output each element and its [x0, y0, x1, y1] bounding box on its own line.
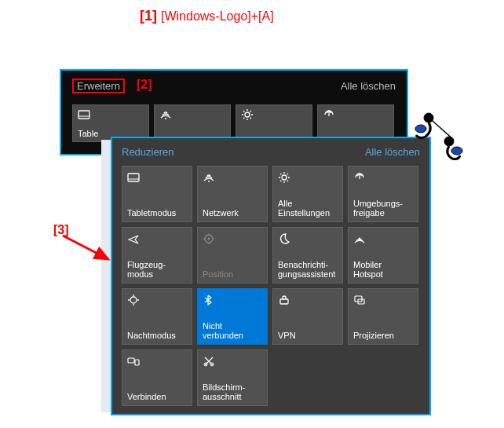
svg-point-21 [415, 125, 426, 133]
quick-action-tile[interactable]: Bildschirm-ausschnitt [197, 349, 268, 406]
tile-label: VPN [278, 331, 338, 341]
svg-rect-0 [79, 111, 89, 119]
clear-all-button[interactable]: Alle löschen [341, 80, 396, 92]
svg-rect-15 [128, 358, 134, 363]
tile-label: Mobiler Hotspot [353, 260, 413, 280]
bluetooth-icon [203, 294, 262, 308]
action-center-expanded: Reduzieren Alle löschen TabletmodusNetzw… [111, 137, 431, 415]
quick-action-tile[interactable]: VPN [272, 288, 343, 345]
tablet-mode-icon [78, 108, 144, 123]
vpn-icon [278, 294, 338, 308]
quick-action-tile[interactable]: Nachtmodus [122, 288, 192, 345]
tile-label: Tabletmodus [127, 208, 187, 218]
quick-action-tile[interactable]: Projizieren [348, 288, 418, 345]
settings-icon [278, 171, 338, 185]
tile-label: Umgebungs-freigabe [353, 199, 413, 218]
tile-label: Benachrichti-gungsassistent [278, 260, 338, 280]
svg-rect-4 [128, 174, 139, 181]
tile-label: Netzwerk [203, 208, 262, 218]
svg-point-22 [444, 137, 454, 146]
svg-point-23 [451, 147, 462, 155]
scroll-gutter [101, 140, 111, 412]
quick-action-tile[interactable]: Flugzeug-modus [122, 227, 192, 284]
svg-point-7 [282, 175, 287, 180]
svg-point-3 [245, 112, 250, 117]
hotspot-icon [353, 232, 413, 247]
snip-icon [203, 355, 262, 369]
svg-point-9 [208, 238, 210, 240]
share-icon [353, 171, 413, 185]
tile-label: Alle Einstellungen [278, 199, 338, 218]
airplane-icon [127, 232, 187, 247]
annotation-2: [2] [137, 78, 152, 92]
quick-action-tile[interactable]: Benachrichti-gungsassistent [272, 227, 343, 284]
network-icon [159, 108, 225, 123]
svg-point-11 [130, 297, 137, 303]
svg-rect-16 [135, 360, 139, 365]
project-icon [353, 294, 413, 308]
moon-icon [278, 232, 338, 247]
tablet-mode-icon [127, 171, 187, 185]
tile-label: Projizieren [353, 331, 413, 341]
expand-button[interactable]: Erweitern [74, 79, 123, 93]
tile-label: Nicht verbunden [203, 321, 262, 341]
share-icon [323, 108, 389, 123]
quick-action-tile[interactable]: Verbinden [122, 349, 192, 406]
tile-label: Flugzeug-modus [127, 260, 187, 280]
clear-all-button[interactable]: Alle löschen [365, 146, 420, 158]
tile-label: Position [203, 269, 262, 280]
annotation-1: [1] [Windows-Logo]+[A] [140, 8, 274, 24]
annotation-3: [3] [53, 223, 69, 237]
quick-action-tile[interactable]: Alle Einstellungen [272, 166, 343, 222]
tile-label: Verbinden [127, 392, 187, 402]
expand-highlight-box: Erweitern [72, 79, 125, 93]
tile-label: Bildschirm-ausschnitt [203, 382, 262, 402]
svg-point-20 [424, 113, 433, 123]
location-icon [203, 232, 262, 247]
quick-action-tile[interactable]: Mobiler Hotspot [348, 227, 418, 284]
tile-label: Nachtmodus [127, 331, 187, 341]
svg-point-2 [165, 118, 166, 119]
svg-point-10 [359, 238, 361, 240]
quick-action-tile[interactable]: Position [197, 227, 268, 284]
svg-rect-12 [280, 299, 288, 304]
network-icon [203, 171, 262, 185]
connect-icon [127, 355, 187, 369]
reduce-button[interactable]: Reduzieren [122, 146, 174, 158]
svg-point-6 [208, 181, 210, 182]
quick-action-tile[interactable]: Tabletmodus [122, 166, 192, 222]
nightlight-icon [127, 294, 187, 308]
quick-action-tile[interactable]: Netzwerk [197, 166, 268, 222]
settings-icon [241, 108, 307, 123]
quick-action-tile[interactable]: Umgebungs-freigabe [348, 166, 418, 222]
quick-action-tile[interactable]: Nicht verbunden [197, 288, 268, 345]
